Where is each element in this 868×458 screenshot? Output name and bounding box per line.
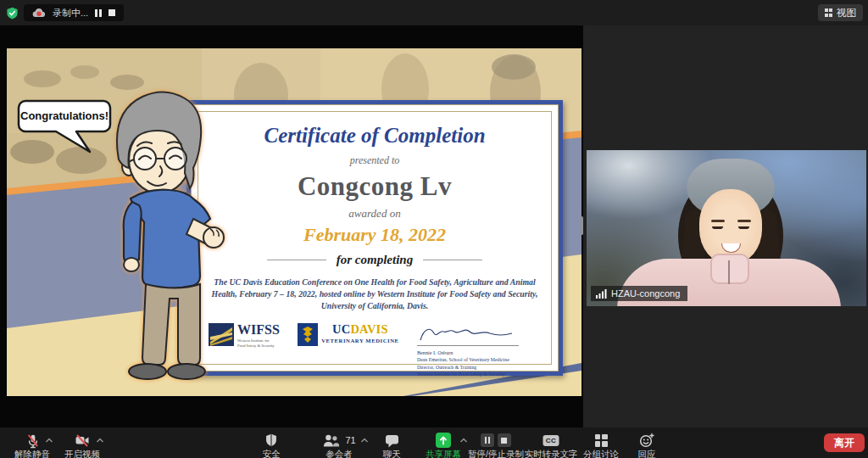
zoom-meeting-window: 录制中... 视图 xyxy=(0,0,868,458)
signature-script xyxy=(417,323,520,345)
participants-count: 71 xyxy=(345,435,355,445)
ucdavis-name: UCDAVIS xyxy=(321,323,398,336)
presented-to-label: presented to xyxy=(350,154,400,167)
participants-button[interactable]: 71 参会者 xyxy=(322,433,355,458)
certificate-border: Certificate of Completion presented to C… xyxy=(191,104,559,371)
video-options-chevron[interactable] xyxy=(97,438,104,443)
divider-line xyxy=(267,260,326,260)
view-button-label: 视图 xyxy=(837,7,856,20)
top-bar: 录制中... 视图 xyxy=(0,0,868,25)
security-label: 安全 xyxy=(263,450,281,458)
description-part2: hosted online by Western Institute for F… xyxy=(317,289,537,299)
awarded-on-label: awarded on xyxy=(348,207,400,221)
cloud-recording-icon xyxy=(32,8,46,18)
pause-recording-icon xyxy=(481,433,494,447)
reactions-label: 回应 xyxy=(638,450,656,458)
recording-indicator: 录制中... xyxy=(24,4,124,21)
participants-icon xyxy=(322,433,339,448)
signatory-role3: Western Institute for Food Safety & Secu… xyxy=(417,371,541,378)
microphone-muted-icon xyxy=(25,433,41,449)
share-screen-button[interactable]: 共享屏幕 xyxy=(426,433,461,458)
breakout-rooms-icon xyxy=(595,434,608,447)
shared-screen-pane: Certificate of Completion presented to C… xyxy=(0,25,583,427)
participant-name-tag: HZAU-congcong xyxy=(591,286,687,301)
signatory-role1: Dean Emeritus, School of Veterinary Medi… xyxy=(417,356,541,364)
pause-stop-recording-label: 暂停/停止录制 xyxy=(468,450,524,458)
encryption-shield-icon[interactable] xyxy=(6,7,19,20)
award-date: February 18, 2022 xyxy=(303,224,446,246)
share-options-chevron[interactable] xyxy=(460,438,468,443)
participant-name: HZAU-congcong xyxy=(611,288,680,299)
view-grid-icon xyxy=(825,8,833,17)
ucdavis-davis: DAVIS xyxy=(350,322,387,336)
closed-captions-icon: CC xyxy=(543,435,559,446)
share-screen-label: 共享屏幕 xyxy=(426,450,461,458)
stop-recording-icon xyxy=(498,433,511,447)
for-completing-row: for completing xyxy=(267,253,482,267)
participant-person xyxy=(587,150,866,306)
reactions-button[interactable]: 回应 xyxy=(638,433,656,458)
description-part3: University of California, Davis. xyxy=(321,301,429,310)
ucdavis-subtitle: VETERINARY MEDICINE xyxy=(321,338,398,344)
camera-muted-icon xyxy=(74,433,91,448)
recipient-name: Congcong Lv xyxy=(298,171,452,202)
description-date: February 7 – 18, 2022, xyxy=(237,289,317,299)
signatory-role2: Director, Outreach & Training xyxy=(417,364,541,371)
speech-bubble-text: Congratulations! xyxy=(20,109,108,122)
chat-button[interactable]: 聊天 xyxy=(383,433,401,458)
breakout-rooms-label: 分组讨论 xyxy=(583,450,619,458)
ucdavis-uc: UC xyxy=(332,322,350,336)
connection-signal-icon xyxy=(596,289,607,299)
logos-row: WIFSS Western Institute for Food Safety … xyxy=(209,323,541,378)
breakout-rooms-button[interactable]: 分组讨论 xyxy=(583,433,619,458)
participant-video-tile[interactable]: HZAU-congcong xyxy=(587,150,866,306)
live-transcript-button[interactable]: CC 实时转录文字 xyxy=(525,433,578,458)
divider-line xyxy=(423,260,482,260)
share-screen-icon xyxy=(436,433,451,448)
cartoon-man xyxy=(117,92,224,379)
signatory-name: Bennie I. Osburn xyxy=(417,349,541,356)
participants-options-chevron[interactable] xyxy=(361,438,369,443)
meeting-toolbar: 解除静音 开启视频 安全 xyxy=(0,427,868,458)
signature-line xyxy=(417,345,519,346)
speech-bubble: Congratulations! xyxy=(19,101,110,152)
certificate-title: Certificate of Completion xyxy=(264,124,485,148)
certificate-slide: Certificate of Completion presented to C… xyxy=(7,48,581,396)
audio-options-chevron[interactable] xyxy=(46,438,53,443)
live-transcript-label: 实时转录文字 xyxy=(525,450,578,458)
panel-scrollbar-thumb[interactable] xyxy=(581,216,583,235)
pause-stop-recording-button[interactable]: 暂停/停止录制 xyxy=(468,433,524,458)
recording-status-label: 录制中... xyxy=(53,7,88,20)
chat-icon xyxy=(384,433,399,448)
view-button[interactable]: 视图 xyxy=(818,4,864,21)
security-shield-icon xyxy=(264,433,279,448)
chat-label: 聊天 xyxy=(383,450,401,458)
ucdavis-logo-mark xyxy=(298,323,318,346)
video-strip-panel: HZAU-congcong xyxy=(583,25,868,427)
signature-block: Bennie I. Osburn Dean Emeritus, School o… xyxy=(417,323,541,378)
signatory-details: Bennie I. Osburn Dean Emeritus, School o… xyxy=(417,349,541,378)
certificate-content: Certificate of Completion presented to C… xyxy=(198,111,552,365)
ucdavis-logo: UCDAVIS VETERINARY MEDICINE xyxy=(298,323,398,346)
unmute-button[interactable]: 解除静音 xyxy=(14,433,50,458)
for-completing-label: for completing xyxy=(337,253,413,267)
cartoon-presenter: Congratulations! xyxy=(7,74,244,396)
security-button[interactable]: 安全 xyxy=(263,433,281,458)
start-video-label: 开启视频 xyxy=(64,450,100,458)
course-description: The UC Davis Education Conference on One… xyxy=(202,276,548,312)
participants-label: 参会者 xyxy=(326,450,353,458)
start-video-button[interactable]: 开启视频 xyxy=(64,433,100,458)
reactions-smiley-icon xyxy=(639,433,655,448)
leave-meeting-button[interactable]: 离开 xyxy=(824,433,865,452)
stop-recording-button[interactable] xyxy=(108,9,115,16)
pause-recording-button[interactable] xyxy=(95,9,102,17)
unmute-label: 解除静音 xyxy=(14,450,50,458)
